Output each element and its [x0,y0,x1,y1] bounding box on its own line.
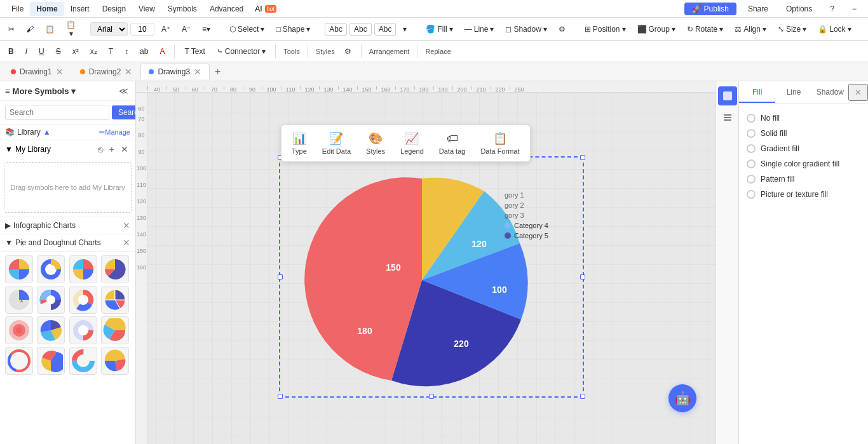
my-library-export[interactable]: ⎋ [96,144,105,155]
chart-thumb-1[interactable] [5,255,33,283]
style-abc3[interactable]: Abc [374,23,397,36]
panel-close-button[interactable]: ✕ [848,84,868,101]
font-shrink-button[interactable]: A⁻ [177,23,195,36]
tab-drawing3[interactable]: Drawing3 ✕ [140,64,210,79]
select-button[interactable]: ⬡Select▾ [225,23,269,36]
superscript-button[interactable]: x² [68,45,83,58]
canvas-scroll[interactable]: 60 70 80 90 100 110 120 130 140 150 160 … [136,93,715,444]
text-button[interactable]: TText [180,45,209,58]
minimize-button[interactable]: − [846,2,863,16]
single-color-gradient-option[interactable]: Single color gradient fill [747,156,860,172]
chart-thumb-10[interactable] [37,316,65,344]
paste-options-button[interactable]: 📋▾ [62,18,80,40]
solid-fill-option[interactable]: Solid fill [747,126,860,141]
menu-home[interactable]: Home [30,2,64,16]
chart-thumb-13[interactable] [5,347,33,375]
single-color-gradient-radio[interactable] [747,159,756,168]
chart-thumb-7[interactable] [69,286,97,314]
pattern-fill-option[interactable]: Pattern fill [747,172,860,187]
my-library-add[interactable]: + [107,144,116,155]
line-spacing-button[interactable]: ↕ [120,45,133,58]
menu-symbols[interactable]: Symbols [161,2,203,16]
menu-view[interactable]: View [132,2,161,16]
styles-settings[interactable]: ⚙ [554,23,570,36]
properties-icon-button[interactable] [718,108,737,127]
chart-thumb-3[interactable] [69,255,97,283]
menu-advanced[interactable]: Advanced [203,2,250,16]
chart-thumb-9[interactable] [5,316,33,344]
strikethrough-button[interactable]: S [51,45,65,58]
fill-icon-button[interactable] [718,86,737,105]
styles-expand2[interactable]: ⚙ [340,45,356,58]
cut-button[interactable]: ✂ [4,23,19,36]
lock-button[interactable]: 🔒Lock▾ [813,23,855,36]
infographic-close[interactable]: ✕ [123,220,130,231]
chart-edit-data-button[interactable]: 📝 Edit Data [317,129,356,158]
menu-ai[interactable]: AI hot [250,3,281,15]
manage-button[interactable]: ✏Manage [99,128,130,137]
search-input[interactable] [5,105,109,120]
gradient-fill-radio[interactable] [747,144,756,153]
tab-drawing1[interactable]: Drawing1 ✕ [3,64,72,79]
chart-thumb-2[interactable] [37,255,65,283]
font-size-input[interactable] [130,23,154,36]
text-bg-button[interactable]: ab [135,45,153,58]
rotate-button[interactable]: ↻Rotate▾ [682,23,728,36]
my-library-close[interactable]: ✕ [119,144,130,155]
position-button[interactable]: ⊞Position▾ [580,23,630,36]
pattern-fill-radio[interactable] [747,175,756,184]
chart-thumb-16[interactable] [101,347,129,375]
chart-container[interactable]: 150 120 100 220 180 gory 1 gory 2 gory 3… [282,159,581,396]
solid-fill-radio[interactable] [747,129,756,138]
line-tab[interactable]: Line [775,83,811,103]
font-family-select[interactable]: Arial [90,22,128,36]
bold-button[interactable]: B [4,45,18,58]
canvas-area[interactable]: 40 50 60 70 80 90 100 110 120 130 140 15… [136,81,715,444]
copy-format-button[interactable]: 🖌 [22,23,38,36]
pie-section-header[interactable]: ▼ Pie and Doughnut Charts ✕ [0,234,135,252]
infographic-section-header[interactable]: ▶ Infographic Charts ✕ [0,217,135,234]
chart-legend-button[interactable]: 📈 Legend [395,129,429,158]
no-fill-option[interactable]: No fill [747,111,860,126]
align-h-button[interactable]: ⚖Align▾ [730,23,771,36]
line-button[interactable]: —Line▾ [460,23,499,36]
search-button[interactable]: Search [112,105,136,119]
menu-file[interactable]: File [5,2,30,16]
paste-button[interactable]: 📋 [41,23,59,36]
fill-button[interactable]: 🪣Fill▾ [421,23,457,36]
shape-button[interactable]: □Shape▾ [271,23,315,36]
my-library-header[interactable]: ▼ My Library ⎋ + ✕ [0,140,135,158]
menu-design[interactable]: Design [96,2,132,16]
styles-expand[interactable]: ▾ [398,23,411,36]
picture-texture-option[interactable]: Picture or texture fill [747,187,860,202]
chart-thumb-15[interactable] [69,347,97,375]
picture-texture-radio[interactable] [747,190,756,199]
align-button[interactable]: ≡▾ [198,23,215,36]
shadow-tab[interactable]: Shadow [812,83,848,103]
options-button[interactable]: Options [780,2,818,16]
chart-styles-button[interactable]: 🎨 Styles [361,129,390,158]
shadow-button[interactable]: ◻Shadow▾ [501,23,551,36]
share-button[interactable]: Share [742,2,775,16]
underline-button[interactable]: U [34,45,49,58]
text-size-button[interactable]: T [104,45,118,58]
publish-button[interactable]: 🚀Publish [684,3,736,15]
help-button[interactable]: ? [824,2,841,16]
fill-tab[interactable]: Fill [739,83,775,103]
subscript-button[interactable]: x₂ [86,45,102,58]
font-color-button[interactable]: A [155,45,169,58]
add-tab-button[interactable]: + [210,64,226,80]
chatbot-button[interactable]: 🤖 [668,384,696,412]
connector-button[interactable]: ⤷Connector▾ [212,45,270,58]
chart-type-button[interactable]: 📊 Type [287,129,312,158]
size-button[interactable]: ⤡Size▾ [773,23,811,36]
sidebar-collapse-button[interactable]: ≪ [117,85,130,97]
chart-thumb-4[interactable] [101,255,129,283]
no-fill-radio[interactable] [747,114,756,123]
chart-thumb-5[interactable]: A [5,286,33,314]
chart-thumb-12[interactable] [101,316,129,344]
chart-data-tag-button[interactable]: 🏷 Data tag [434,130,471,158]
font-grow-button[interactable]: A⁺ [157,23,175,36]
chart-thumb-14[interactable] [37,347,65,375]
chart-thumb-8[interactable] [101,286,129,314]
